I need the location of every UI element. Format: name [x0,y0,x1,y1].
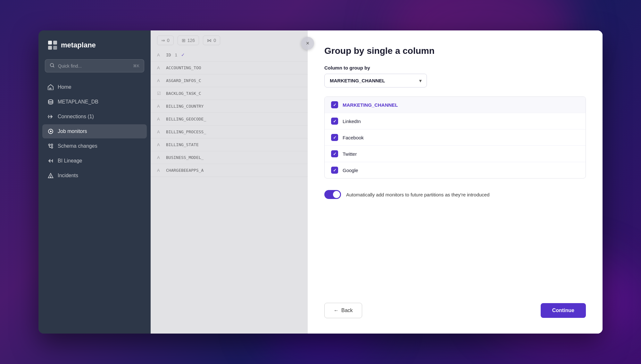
content-area: ⇒ 0 ⊞ 126 ⋈ 0 A ID 1 ✓ A ACCOUNTING_TOO [151,30,603,334]
app-container: metaplane Quick find... ⌘K Home [38,30,603,334]
auto-add-toggle[interactable] [324,190,341,199]
option-twitter[interactable]: ✓ Twitter [325,146,586,162]
column-group-section: Column to group by MARKETING_CHANNEL ▾ [324,65,586,87]
continue-button[interactable]: Continue [541,303,586,318]
schema-icon [47,143,54,149]
svg-line-5 [53,66,54,68]
checkbox-checked-icon: ✓ [331,167,338,174]
option-google[interactable]: ✓ Google [325,162,586,178]
sidebar-item-label: Schema changes [58,143,97,149]
home-icon [47,84,54,90]
sidebar-item-incidents[interactable]: Incidents [42,169,147,183]
sidebar-search[interactable]: Quick find... ⌘K [45,59,144,72]
sidebar-item-metaplane-db[interactable]: METAPLANE_DB [42,95,147,109]
sidebar-item-schema-changes[interactable]: Schema changes [42,139,147,153]
modal-footer: ← Back Continue [324,296,586,318]
checkbox-checked-icon: ✓ [331,118,338,125]
option-label: Facebook [343,135,364,140]
svg-point-9 [49,144,50,146]
continue-button-label: Continue [552,308,574,313]
back-button[interactable]: ← Back [324,303,362,318]
search-icon [50,63,55,69]
option-facebook[interactable]: ✓ Facebook [325,129,586,146]
dropdown-selected-value: MARKETING_CHANNEL [330,78,385,83]
toggle-label: Automatically add monitors to future par… [346,192,489,197]
option-label: Twitter [343,151,357,157]
sidebar: metaplane Quick find... ⌘K Home [38,30,151,334]
lineage-icon [47,158,54,164]
svg-rect-0 [48,41,52,45]
checkbox-checked-icon: ✓ [331,101,338,108]
sidebar-item-home[interactable]: Home [42,80,147,94]
sidebar-item-label: Incidents [58,173,78,178]
search-placeholder: Quick find... [58,63,82,69]
back-arrow-icon: ← [334,308,339,313]
chevron-down-icon: ▾ [419,78,421,83]
options-list: ✓ MARKETING_CHANNEL ✓ LinkedIn ✓ [324,96,586,178]
job-monitors-icon [47,128,54,135]
option-linkedin[interactable]: ✓ LinkedIn [325,113,586,129]
search-shortcut: ⌘K [133,64,139,68]
sidebar-item-connections[interactable]: Connections (1) [42,110,147,124]
svg-marker-8 [50,130,52,132]
close-button[interactable]: × [301,37,314,50]
svg-point-10 [51,147,53,148]
svg-rect-3 [53,46,57,50]
modal-panel: Group by single a column Column to group… [308,30,603,334]
sidebar-item-label: Home [58,84,71,90]
database-icon [47,99,54,105]
incidents-icon [47,172,54,179]
logo-icon [47,40,58,50]
modal-backdrop: × Group by single a column Column to gro… [151,30,603,334]
option-marketing-channel[interactable]: ✓ MARKETING_CHANNEL [325,97,586,113]
svg-point-11 [51,144,53,146]
option-label: MARKETING_CHANNEL [343,102,398,108]
svg-point-6 [48,100,53,102]
close-icon: × [306,40,310,47]
modal-title: Group by single a column [324,46,586,56]
sidebar-logo: metaplane [38,40,151,59]
option-label: LinkedIn [343,119,361,124]
sidebar-item-label: Job monitors [58,128,87,134]
svg-rect-2 [48,46,52,50]
column-dropdown[interactable]: MARKETING_CHANNEL ▾ [324,74,427,87]
toggle-knob [333,191,340,198]
back-button-label: Back [341,308,353,313]
sidebar-item-label: Connections (1) [58,114,94,120]
sidebar-item-bi-lineage[interactable]: BI Lineage [42,154,147,168]
sidebar-nav: Home METAPLANE_DB [38,80,151,183]
sidebar-item-label: BI Lineage [58,158,82,164]
checkbox-checked-icon: ✓ [331,134,338,141]
auto-add-toggle-row: Automatically add monitors to future par… [324,187,586,202]
svg-point-16 [50,177,51,178]
sidebar-item-job-monitors[interactable]: Job monitors [42,124,147,138]
column-group-label: Column to group by [324,65,586,70]
checkbox-checked-icon: ✓ [331,150,338,157]
sidebar-item-label: METAPLANE_DB [58,99,98,105]
modal-left-overlay: × [151,30,308,334]
connections-icon [47,113,54,120]
logo-text: metaplane [61,41,96,49]
option-label: Google [343,168,358,173]
svg-rect-1 [53,41,57,45]
